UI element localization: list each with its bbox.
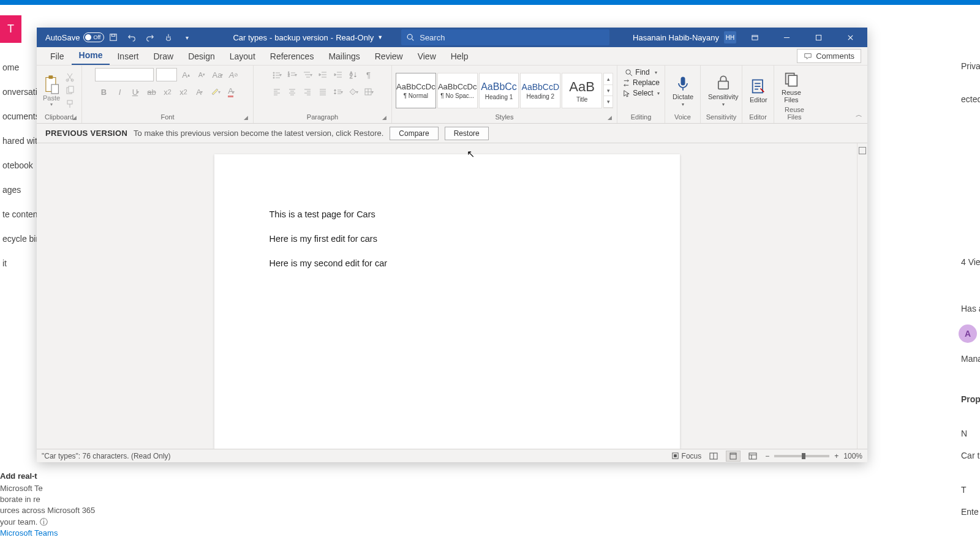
- launcher-icon[interactable]: ◢: [244, 114, 248, 121]
- paste-button[interactable]: Paste▾: [40, 73, 62, 108]
- style-title[interactable]: AaBTitle: [562, 73, 602, 108]
- font-name-input[interactable]: [95, 68, 154, 81]
- comments-button[interactable]: Comments: [797, 49, 861, 63]
- cut-icon[interactable]: [65, 72, 75, 82]
- align-center-icon[interactable]: [285, 85, 299, 99]
- find-button[interactable]: Find▾: [625, 68, 657, 77]
- close-button[interactable]: [837, 28, 864, 47]
- ribbon-display-icon[interactable]: [741, 28, 768, 47]
- tab-help[interactable]: Help: [443, 48, 476, 65]
- search-input[interactable]: Search: [401, 29, 609, 45]
- text-effects-icon[interactable]: A▾: [193, 85, 206, 99]
- msgbar-title: PREVIOUS VERSION: [45, 129, 127, 138]
- italic-icon[interactable]: I: [113, 85, 127, 99]
- tab-review[interactable]: Review: [368, 48, 410, 65]
- vertical-scrollbar[interactable]: [857, 143, 867, 449]
- tab-layout[interactable]: Layout: [222, 48, 263, 65]
- autosave-toggle[interactable]: Off: [83, 32, 104, 42]
- tab-design[interactable]: Design: [181, 48, 222, 65]
- compare-button[interactable]: Compare: [390, 127, 438, 140]
- editor-button[interactable]: Editor: [746, 77, 771, 105]
- clear-formatting-icon[interactable]: A⊘: [227, 68, 241, 81]
- print-layout-icon[interactable]: [726, 451, 741, 462]
- numbering-icon[interactable]: 12▾: [285, 68, 299, 81]
- shading-icon[interactable]: ▾: [347, 85, 360, 99]
- select-button[interactable]: Select▾: [622, 89, 659, 97]
- sensitivity-button[interactable]: Sensitivity▾: [704, 73, 742, 108]
- change-case-icon[interactable]: Aa▾: [211, 68, 225, 81]
- tab-references[interactable]: References: [263, 48, 322, 65]
- dictate-button[interactable]: Dictate▾: [669, 73, 697, 108]
- document-page[interactable]: This is a test page for Cars Here is my …: [214, 154, 680, 449]
- restore-button[interactable]: Restore: [445, 127, 489, 140]
- tab-draw[interactable]: Draw: [146, 48, 181, 65]
- style-no-spacing[interactable]: AaBbCcDc¶ No Spac...: [437, 73, 478, 108]
- svg-rect-12: [67, 100, 72, 104]
- sort-icon[interactable]: AZ: [347, 68, 360, 81]
- tab-mailings[interactable]: Mailings: [321, 48, 367, 65]
- zoom-in-button[interactable]: +: [834, 452, 839, 460]
- document-area[interactable]: ↖ This is a test page for Cars Here is m…: [37, 143, 857, 449]
- grow-font-icon[interactable]: A▴: [179, 68, 193, 81]
- web-layout-icon[interactable]: [745, 451, 760, 462]
- multilevel-icon[interactable]: ▾: [301, 68, 314, 81]
- tab-file[interactable]: File: [43, 48, 72, 65]
- replace-button[interactable]: Replace: [622, 78, 660, 87]
- zoom-level[interactable]: 100%: [843, 452, 862, 460]
- underline-icon[interactable]: U▾: [129, 85, 143, 99]
- zoom-slider[interactable]: [774, 455, 829, 457]
- launcher-icon[interactable]: ◢: [608, 114, 612, 121]
- svg-rect-31: [749, 453, 756, 459]
- borders-icon[interactable]: ▾: [362, 85, 375, 99]
- redo-icon[interactable]: [143, 31, 157, 44]
- bold-icon[interactable]: B: [97, 85, 111, 99]
- subscript-icon[interactable]: x2: [161, 85, 175, 99]
- qat-customize-icon[interactable]: ▾: [180, 31, 194, 44]
- justify-icon[interactable]: [316, 85, 330, 99]
- tab-view[interactable]: View: [410, 48, 443, 65]
- launcher-icon[interactable]: ◢: [72, 114, 77, 121]
- launcher-icon[interactable]: ◢: [382, 114, 386, 121]
- paragraph-2[interactable]: Here is my first edit for cars: [270, 234, 625, 244]
- minimize-button[interactable]: [773, 28, 800, 47]
- maximize-button[interactable]: [805, 28, 832, 47]
- style-heading-2[interactable]: AaBbCcDHeading 2: [520, 73, 560, 108]
- styles-scroll[interactable]: ▴▾▾: [603, 73, 613, 108]
- reuse-files-button[interactable]: Reuse Files: [778, 69, 805, 105]
- search-icon: [625, 69, 633, 77]
- decrease-indent-icon[interactable]: [316, 68, 330, 81]
- show-marks-icon[interactable]: ¶: [362, 68, 375, 81]
- tab-insert[interactable]: Insert: [110, 48, 146, 65]
- copy-icon[interactable]: [65, 86, 75, 96]
- bg-left-nav: omeonversatioocuments hared withotebooka…: [0, 55, 37, 276]
- paragraph-1[interactable]: This is a test page for Cars: [270, 209, 625, 219]
- font-color-icon[interactable]: A▾: [225, 85, 238, 99]
- align-right-icon[interactable]: [301, 85, 314, 99]
- save-icon[interactable]: [107, 31, 120, 44]
- chevron-down-icon[interactable]: ▼: [377, 34, 383, 40]
- line-spacing-icon[interactable]: ▾: [331, 85, 345, 99]
- read-mode-icon[interactable]: [706, 451, 721, 462]
- undo-icon[interactable]: [125, 31, 138, 44]
- format-painter-icon[interactable]: [65, 99, 75, 109]
- highlight-icon[interactable]: ▾: [209, 85, 222, 99]
- styles-gallery[interactable]: AaBbCcDc¶ Normal AaBbCcDc¶ No Spac... Aa…: [396, 68, 613, 113]
- paragraph-3[interactable]: Here is my second edit for car: [270, 258, 625, 268]
- svg-rect-23: [718, 81, 728, 89]
- bullets-icon[interactable]: ▾: [270, 68, 284, 81]
- user-avatar-icon[interactable]: HH: [724, 31, 736, 43]
- shrink-font-icon[interactable]: A▾: [195, 68, 209, 81]
- tab-home[interactable]: Home: [72, 47, 110, 65]
- collapse-ribbon-icon[interactable]: ︿: [856, 110, 862, 119]
- view-ruler-icon[interactable]: [859, 147, 866, 154]
- superscript-icon[interactable]: x2: [177, 85, 190, 99]
- font-size-input[interactable]: [156, 68, 177, 81]
- increase-indent-icon[interactable]: [331, 68, 345, 81]
- touch-mode-icon[interactable]: [162, 31, 175, 44]
- zoom-out-button[interactable]: −: [765, 452, 769, 460]
- align-left-icon[interactable]: [270, 85, 284, 99]
- strikethrough-icon[interactable]: ab: [145, 85, 159, 99]
- style-heading-1[interactable]: AaBbCcHeading 1: [479, 73, 519, 108]
- focus-button[interactable]: Focus: [671, 452, 702, 460]
- style-normal[interactable]: AaBbCcDc¶ Normal: [396, 73, 436, 108]
